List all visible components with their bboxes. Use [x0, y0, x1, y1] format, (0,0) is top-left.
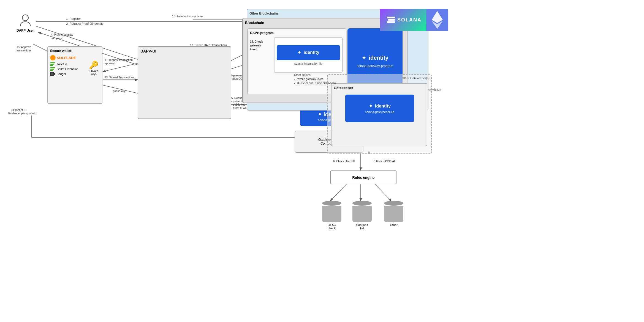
- identity-ts-star-icon: ✦: [318, 111, 322, 117]
- svg-point-47: [22, 15, 28, 21]
- other-gatekeeper-title: Other Gatekeeper(s): [329, 76, 430, 80]
- svg-line-38: [330, 184, 347, 201]
- user-icon: [18, 14, 32, 27]
- integration-lib-inner: ✦ identity: [277, 45, 340, 60]
- dapp-ui-title: DAPP-UI: [140, 49, 229, 53]
- sollet-ext-icon: [50, 67, 55, 71]
- svg-rect-59: [387, 21, 395, 23]
- svg-text:15. Approve: 15. Approve: [17, 46, 31, 49]
- dapp-ui-box: DAPP-UI ✦ identity solana-gateway-ts Gat…: [138, 46, 231, 119]
- dapp-program-title: DAPP-program: [250, 31, 344, 35]
- gateway-prog-name: identity: [369, 55, 388, 61]
- svg-line-12: [103, 63, 138, 71]
- svg-rect-49: [50, 64, 54, 65]
- dapp-user: DAPP User: [17, 14, 34, 32]
- svg-rect-52: [50, 69, 54, 70]
- other-actions-label: Other actions: - Revoke gatewayToken - D…: [294, 73, 336, 85]
- db-top-other: [384, 201, 403, 206]
- sollet-ext-label: Sollet Extension: [57, 67, 78, 71]
- identity-integration-name: identity: [304, 50, 319, 55]
- svg-text:Evidence, passport etc.: Evidence, passport etc.: [8, 112, 37, 115]
- svg-text:- public key: - public key: [231, 103, 245, 106]
- sollet-icon: [50, 62, 55, 66]
- db-ofac: OFACcheck: [322, 201, 341, 230]
- private-keys: 🔑 Privatekeys: [89, 60, 99, 76]
- svg-text:2. Request Proof Of Identity: 2. Request Proof Of Identity: [66, 22, 104, 25]
- svg-rect-48: [50, 62, 55, 63]
- svg-text:approval: approval: [105, 62, 115, 65]
- dapp-user-label: DAPP User: [17, 29, 34, 32]
- sollet-label: sollet.io: [57, 62, 67, 66]
- gatekeeper-lib-title-row: ✦ identity: [369, 103, 391, 109]
- svg-rect-51: [50, 67, 55, 68]
- solflare-icon: [50, 55, 56, 60]
- db-top-ofac: [322, 201, 341, 206]
- svg-text:11. request transaction: 11. request transaction: [105, 59, 133, 62]
- svg-text:6. Check User PII: 6. Check User PII: [333, 160, 355, 163]
- gatekeeper-lib-box: ✦ identity solana-gatekeeper-lib: [345, 95, 414, 122]
- svg-text:complete: complete: [51, 37, 62, 40]
- svg-text:12. Signed Transactions: 12. Signed Transactions: [105, 76, 134, 79]
- gatekeeper-inner-box: Gatekeeper ✦ identity solana-gatekeeper-…: [331, 83, 427, 146]
- solana-logo-box: SOLANA: [380, 9, 428, 31]
- svg-text:10. Initiate transactions: 10. Initiate transactions: [172, 15, 203, 18]
- key-icon: 🔑: [89, 60, 99, 70]
- gatekeeper-inner-title: Gatekeeper: [334, 86, 425, 90]
- integration-lib-box: ✦ identity solana-integration-lib: [274, 37, 343, 73]
- gateway-prog-star: ✦: [362, 54, 366, 62]
- svg-line-40: [374, 184, 391, 201]
- ledger-label: Ledger: [57, 72, 66, 76]
- db-body-other: [384, 206, 403, 222]
- rules-engine-label: Rules engine: [352, 175, 375, 180]
- db-sanctions: Santionslist: [352, 201, 372, 230]
- identity-integration-star: ✦: [297, 49, 301, 56]
- architecture-diagram: 1. Register 2. Request Proof Of Identity…: [0, 0, 644, 322]
- svg-rect-53: [50, 70, 53, 71]
- db-label-sanctions: Santionslist: [356, 223, 368, 230]
- secure-wallet-box: Secure wallet: SOLFLARE sollet.io Sollet…: [47, 46, 102, 104]
- gatekeeper-lib-name: identity: [375, 104, 391, 109]
- db-label-ofac: OFACcheck: [328, 223, 336, 230]
- svg-rect-56: [54, 73, 55, 75]
- db-other: Other: [384, 201, 403, 227]
- ledger-icon: [50, 72, 55, 76]
- solflare-label: SOLFLARE: [57, 56, 76, 60]
- db-label-other: Other: [390, 223, 398, 227]
- private-keys-label: Privatekeys: [89, 70, 98, 76]
- svg-text:7. User PASS/FAIL: 7. User PASS/FAIL: [373, 160, 396, 163]
- rules-engine-box: Rules engine: [330, 170, 396, 184]
- ethereum-icon: [432, 11, 443, 29]
- svg-text:4. Proof of identity: 4. Proof of identity: [51, 33, 73, 36]
- gatekeeper-lib-sub: solana-gatekeeper-lib: [365, 110, 394, 114]
- solana-logo-text: SOLANA: [397, 17, 422, 23]
- check-gateway-label: 14. Checkgatewaytoken: [250, 40, 273, 51]
- svg-text:public key: public key: [113, 90, 125, 93]
- gatekeeper-lib-star: ✦: [369, 103, 373, 109]
- gateway-prog-sub: solana-gateway-program: [357, 64, 393, 68]
- svg-text:1. Register: 1. Register: [66, 17, 81, 20]
- other-gatekeeper-outer: Other Gatekeeper(s) Gatekeeper ✦ identit…: [327, 74, 432, 154]
- solflare-item: SOLFLARE: [50, 55, 100, 60]
- gateway-prog-title-row: ✦ identity: [362, 54, 388, 62]
- db-top-sanctions: [352, 201, 372, 206]
- svg-text:transactions: transactions: [17, 49, 31, 52]
- svg-rect-58: [388, 19, 395, 21]
- secure-wallet-title: Secure wallet:: [50, 49, 100, 53]
- ethereum-icon-box: [426, 9, 448, 31]
- svg-marker-60: [432, 11, 443, 23]
- svg-rect-50: [50, 65, 53, 66]
- svg-rect-57: [387, 17, 395, 18]
- integration-lib-sub: solana-integration-lib: [294, 62, 322, 65]
- svg-text:3 Proof of ID: 3 Proof of ID: [11, 109, 26, 112]
- db-body-ofac: [322, 206, 341, 222]
- db-body-sanctions: [352, 206, 372, 222]
- svg-rect-55: [51, 73, 53, 75]
- solana-logo-icon: [387, 16, 395, 24]
